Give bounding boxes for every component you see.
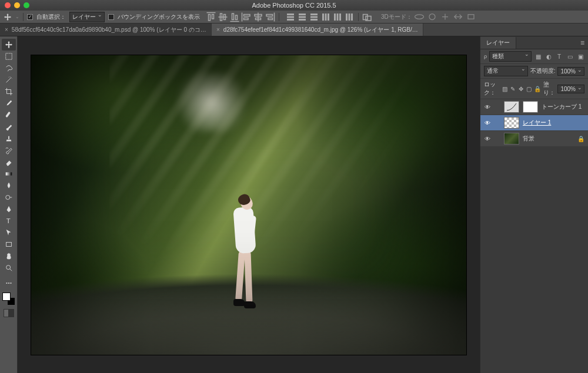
close-tab-icon[interactable]: × <box>216 26 220 33</box>
align-left-edges-button[interactable] <box>241 12 252 22</box>
svg-point-31 <box>8 283 9 284</box>
fill-field[interactable]: 100% <box>557 85 584 93</box>
path-select-tool[interactable] <box>2 227 16 238</box>
move-tool[interactable] <box>2 39 16 51</box>
blend-mode-dropdown[interactable]: 通常 <box>484 66 528 76</box>
distribute-top-button[interactable] <box>285 12 296 22</box>
layer-name[interactable]: トーンカーブ 1 <box>542 103 584 111</box>
quick-mask-toggle[interactable] <box>4 309 14 317</box>
filter-type-icon[interactable]: T <box>555 53 563 60</box>
svg-rect-6 <box>310 14 318 15</box>
filter-smart-icon[interactable]: ▣ <box>576 53 584 60</box>
distribute-bottom-button[interactable] <box>309 12 319 22</box>
layer-thumb <box>504 133 519 145</box>
lasso-tool[interactable] <box>2 62 16 74</box>
rectangle-tool[interactable] <box>2 238 16 250</box>
layers-panel-tab[interactable]: レイヤー <box>480 37 516 49</box>
auto-select-checkbox[interactable]: ✓ <box>27 14 33 20</box>
visibility-toggle[interactable]: 👁 <box>484 120 491 126</box>
lock-pixels-icon[interactable]: ✎ <box>510 85 516 92</box>
layer-row[interactable]: 👁 トーンカーブ 1 <box>480 99 588 115</box>
filter-adjust-icon[interactable]: ◐ <box>544 53 553 60</box>
layer-row[interactable]: 👁 背景 🔒 <box>480 131 588 147</box>
align-vcenter-button[interactable] <box>218 12 228 22</box>
dodge-tool[interactable] <box>2 191 16 203</box>
layer-name[interactable]: 背景 <box>523 135 574 143</box>
tool-preset-icon[interactable] <box>4 13 12 21</box>
close-tab-icon[interactable]: × <box>5 26 8 33</box>
3d-roll-icon[interactable] <box>426 12 438 22</box>
zoom-window-button[interactable] <box>24 2 29 8</box>
panels-column: レイヤー ≡ ρ 種類 ▦ ◐ T ▭ ▣ 通常 不透明度: 100% ロック：… <box>480 36 588 373</box>
svg-text:T: T <box>6 217 10 224</box>
svg-point-21 <box>429 14 435 19</box>
show-bbox-checkbox[interactable] <box>108 14 114 20</box>
window-titlebar: Adobe Photoshop CC 2015.5 <box>0 0 588 11</box>
marquee-tool[interactable] <box>2 51 16 62</box>
3d-scale-icon[interactable] <box>465 12 477 22</box>
history-brush-tool[interactable] <box>2 145 16 156</box>
minimize-window-button[interactable] <box>14 2 20 8</box>
distribute-left-button[interactable] <box>320 12 331 22</box>
edit-toolbar-button[interactable] <box>2 277 16 289</box>
filter-kind-dropdown[interactable]: 種類 <box>489 51 532 62</box>
eraser-tool[interactable] <box>2 156 16 168</box>
crop-tool[interactable] <box>2 86 16 98</box>
panel-menu-icon[interactable]: ≡ <box>577 39 588 47</box>
lock-artboard-icon[interactable]: ▢ <box>526 85 532 92</box>
foreground-color-swatch[interactable] <box>2 293 11 301</box>
magic-wand-tool[interactable] <box>2 74 16 86</box>
distribute-hcenter-button[interactable] <box>332 12 343 22</box>
svg-rect-4 <box>299 16 306 18</box>
close-window-button[interactable] <box>5 2 11 8</box>
spot-heal-tool[interactable] <box>2 109 16 121</box>
align-right-edges-button[interactable] <box>265 12 275 22</box>
distribute-buttons <box>285 12 355 22</box>
svg-rect-2 <box>287 19 294 21</box>
lock-position-icon[interactable]: ✥ <box>518 85 523 92</box>
color-swatches[interactable] <box>2 293 15 305</box>
clone-stamp-tool[interactable] <box>2 133 16 145</box>
zoom-tool[interactable] <box>2 262 16 274</box>
layer-name[interactable]: レイヤー 1 <box>523 119 584 127</box>
brush-tool[interactable] <box>2 121 16 133</box>
lock-transparent-icon[interactable]: ▨ <box>502 85 507 92</box>
adjustment-thumb <box>504 101 519 113</box>
svg-rect-1 <box>287 16 294 18</box>
3d-pan-icon[interactable] <box>439 12 451 22</box>
canvas-area[interactable] <box>18 36 480 373</box>
opacity-label: 不透明度: <box>530 67 556 75</box>
mask-thumb[interactable] <box>523 101 538 113</box>
distribute-vcenter-button[interactable] <box>297 12 308 22</box>
auto-select-mode-dropdown[interactable]: レイヤー <box>69 12 105 22</box>
gradient-tool[interactable] <box>2 168 16 180</box>
3d-orbit-icon[interactable] <box>413 12 425 22</box>
eyedropper-tool[interactable] <box>2 98 16 109</box>
blur-tool[interactable] <box>2 180 16 191</box>
svg-rect-28 <box>6 243 11 247</box>
visibility-toggle[interactable]: 👁 <box>484 104 491 110</box>
lock-all-icon[interactable]: 🔒 <box>534 85 541 92</box>
hand-tool[interactable] <box>2 250 16 262</box>
svg-point-32 <box>10 283 11 284</box>
svg-rect-12 <box>334 14 336 21</box>
visibility-toggle[interactable]: 👁 <box>484 136 491 142</box>
auto-align-button[interactable] <box>362 12 373 22</box>
3d-slide-icon[interactable] <box>452 12 464 22</box>
pen-tool[interactable] <box>2 203 16 215</box>
type-tool[interactable]: T <box>2 215 16 227</box>
align-hcenter-button[interactable] <box>253 12 263 22</box>
align-bottom-edges-button[interactable] <box>229 12 240 22</box>
layer-row[interactable]: 👁 レイヤー 1 <box>480 115 588 131</box>
document-tab[interactable]: × d28fc754efeef1ef84d1c499381640cd_m.jpg… <box>212 23 423 36</box>
align-top-edges-button[interactable] <box>206 12 216 22</box>
toolbox: T <box>0 36 18 373</box>
svg-rect-5 <box>299 19 306 21</box>
document-canvas[interactable] <box>31 55 466 355</box>
filter-shape-icon[interactable]: ▭ <box>566 53 574 60</box>
distribute-right-button[interactable] <box>344 12 355 22</box>
document-tab[interactable]: × 58df56ccf64c40c9c17da0a6d9890b40_m.psd… <box>0 23 212 36</box>
svg-rect-25 <box>5 172 12 175</box>
filter-pixel-icon[interactable]: ▦ <box>534 53 542 60</box>
opacity-field[interactable]: 100% <box>557 67 584 76</box>
